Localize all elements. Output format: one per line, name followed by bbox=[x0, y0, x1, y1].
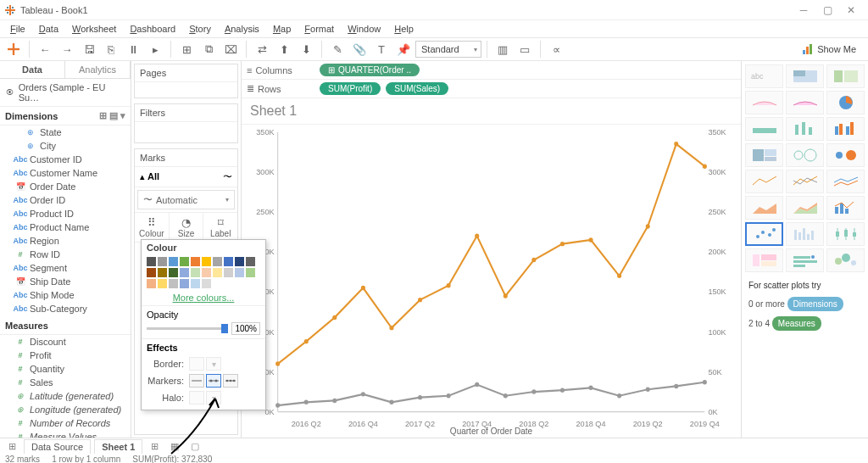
dim-field-product-id[interactable]: AbcProduct ID bbox=[0, 207, 131, 220]
share-button[interactable]: ∝ bbox=[546, 40, 566, 59]
border-option[interactable]: ▾ bbox=[206, 357, 221, 371]
showme-chart-6[interactable] bbox=[745, 117, 783, 141]
meas-field-sales[interactable]: #Sales bbox=[0, 376, 131, 389]
highlight-button[interactable]: ✎ bbox=[327, 40, 348, 59]
markers-all[interactable] bbox=[223, 374, 238, 388]
meas-field-latitude-generated-[interactable]: ⊕Latitude (generated) bbox=[0, 389, 131, 403]
chart[interactable]: 0K0K50K50K100K100K150K150K200K200K250K25… bbox=[242, 125, 741, 438]
colour-swatch[interactable] bbox=[147, 268, 156, 277]
tab-data[interactable]: Data bbox=[0, 61, 65, 78]
swap-button[interactable]: ⇄ bbox=[252, 40, 272, 59]
colour-swatch[interactable] bbox=[180, 279, 189, 288]
filters-shelf[interactable]: Filters bbox=[134, 103, 238, 143]
datasource-tab[interactable]: Data Source bbox=[24, 439, 91, 454]
new-worksheet-tab[interactable]: ⊞ bbox=[146, 441, 163, 452]
colour-swatch[interactable] bbox=[235, 268, 244, 277]
border-option[interactable] bbox=[189, 357, 204, 371]
pages-shelf[interactable]: Pages bbox=[134, 64, 238, 98]
marks-all-row[interactable]: ▴ All 〜 bbox=[135, 167, 237, 187]
tab-analytics[interactable]: Analytics bbox=[65, 61, 131, 78]
colour-swatch[interactable] bbox=[191, 279, 200, 288]
showme-chart-1[interactable] bbox=[786, 64, 824, 88]
showme-chart-16[interactable] bbox=[786, 196, 824, 220]
colour-swatch[interactable] bbox=[191, 257, 200, 266]
menu-format[interactable]: Format bbox=[298, 22, 341, 36]
redo-button[interactable]: → bbox=[57, 40, 77, 59]
dim-field-customer-id[interactable]: AbcCustomer ID bbox=[0, 153, 131, 166]
size-encoding[interactable]: ◔Size bbox=[170, 213, 204, 242]
datasource-item[interactable]: ⦿ Orders (Sample - EU Su… bbox=[0, 79, 131, 107]
menu-map[interactable]: Map bbox=[266, 22, 298, 36]
sort-desc-button[interactable]: ⬇ bbox=[296, 40, 316, 59]
colour-swatch[interactable] bbox=[158, 257, 167, 266]
menu-analysis[interactable]: Analysis bbox=[218, 22, 266, 36]
colour-swatch[interactable] bbox=[224, 257, 233, 266]
colour-swatch[interactable] bbox=[169, 279, 178, 288]
new-story-tab[interactable]: ▢ bbox=[186, 441, 203, 452]
showme-chart-10[interactable] bbox=[786, 143, 824, 167]
menu-window[interactable]: Window bbox=[341, 22, 387, 36]
colour-swatch[interactable] bbox=[224, 268, 233, 277]
showme-chart-2[interactable] bbox=[826, 64, 865, 88]
minimize-button[interactable]: ─ bbox=[792, 2, 815, 19]
colour-swatch[interactable] bbox=[202, 268, 211, 277]
pill-profit[interactable]: SUM(Profit) bbox=[320, 82, 381, 95]
showme-chart-14[interactable] bbox=[826, 170, 865, 193]
colour-swatch[interactable] bbox=[246, 268, 255, 277]
pause-updates-button[interactable]: ⏸ bbox=[123, 40, 143, 59]
meas-field-profit[interactable]: #Profit bbox=[0, 349, 131, 362]
clear-button[interactable]: ⌧ bbox=[220, 40, 241, 59]
dim-field-sub-category[interactable]: AbcSub-Category bbox=[0, 302, 131, 315]
showme-chart-21[interactable] bbox=[745, 248, 783, 272]
showme-chart-20[interactable] bbox=[826, 222, 865, 246]
markers-none[interactable] bbox=[189, 374, 204, 388]
menu-help[interactable]: Help bbox=[387, 22, 420, 36]
colour-swatch[interactable] bbox=[202, 257, 211, 266]
duplicate-button[interactable]: ⧉ bbox=[198, 40, 219, 59]
showme-chart-8[interactable] bbox=[826, 117, 865, 141]
rows-shelf[interactable]: ≣Rows SUM(Profit) SUM(Sales) bbox=[242, 80, 741, 98]
showme-toggle[interactable]: Show Me bbox=[802, 43, 865, 55]
maximize-button[interactable]: ▢ bbox=[815, 2, 839, 19]
new-dashboard-tab[interactable]: ▦ bbox=[166, 441, 183, 452]
sort-asc-button[interactable]: ⬆ bbox=[274, 40, 294, 59]
dim-field-product-name[interactable]: AbcProduct Name bbox=[0, 220, 131, 234]
sheet-title[interactable]: Sheet 1 bbox=[242, 98, 741, 125]
dim-field-ship-mode[interactable]: AbcShip Mode bbox=[0, 288, 131, 302]
dim-field-ship-date[interactable]: 📅Ship Date bbox=[0, 275, 131, 288]
undo-button[interactable]: ← bbox=[35, 40, 55, 59]
showme-chart-0[interactable]: abc bbox=[745, 64, 783, 88]
opacity-slider[interactable] bbox=[147, 327, 228, 330]
showme-chart-18[interactable] bbox=[745, 222, 783, 246]
colour-swatch[interactable] bbox=[180, 268, 189, 277]
colour-swatch[interactable] bbox=[235, 257, 244, 266]
showme-chart-7[interactable] bbox=[786, 117, 824, 141]
markers-on[interactable] bbox=[206, 374, 221, 388]
dim-field-city[interactable]: ⊕City bbox=[0, 139, 131, 153]
showme-chart-4[interactable] bbox=[786, 91, 824, 114]
run-update-button[interactable]: ▸ bbox=[145, 40, 165, 59]
colour-swatch[interactable] bbox=[213, 257, 222, 266]
dim-field-segment[interactable]: AbcSegment bbox=[0, 261, 131, 275]
colour-swatch[interactable] bbox=[202, 279, 211, 288]
colour-swatch[interactable] bbox=[246, 257, 255, 266]
showme-chart-5[interactable] bbox=[826, 91, 865, 114]
meas-field-longitude-generated-[interactable]: ⊕Longitude (generated) bbox=[0, 403, 131, 416]
colour-swatch[interactable] bbox=[213, 268, 222, 277]
close-button[interactable]: ✕ bbox=[839, 2, 863, 19]
halo-option[interactable]: ▾ bbox=[206, 391, 221, 404]
colour-swatch[interactable] bbox=[147, 257, 156, 266]
show-cards-button[interactable]: ▥ bbox=[492, 40, 513, 59]
dim-field-order-id[interactable]: AbcOrder ID bbox=[0, 193, 131, 207]
meas-field-measure-values[interactable]: #Measure Values bbox=[0, 430, 131, 438]
pill-quarter[interactable]: ⊞ QUARTER(Order .. bbox=[320, 64, 420, 76]
showme-chart-11[interactable] bbox=[826, 143, 865, 167]
showme-chart-19[interactable] bbox=[786, 222, 824, 246]
colour-swatch[interactable] bbox=[180, 257, 189, 266]
showme-chart-23[interactable] bbox=[826, 248, 865, 272]
dim-field-order-date[interactable]: 📅Order Date bbox=[0, 180, 131, 193]
tableau-start-icon[interactable] bbox=[3, 40, 24, 59]
more-colours-link[interactable]: More colours... bbox=[142, 290, 265, 305]
showme-chart-9[interactable] bbox=[745, 143, 783, 167]
showme-chart-22[interactable] bbox=[786, 248, 824, 272]
